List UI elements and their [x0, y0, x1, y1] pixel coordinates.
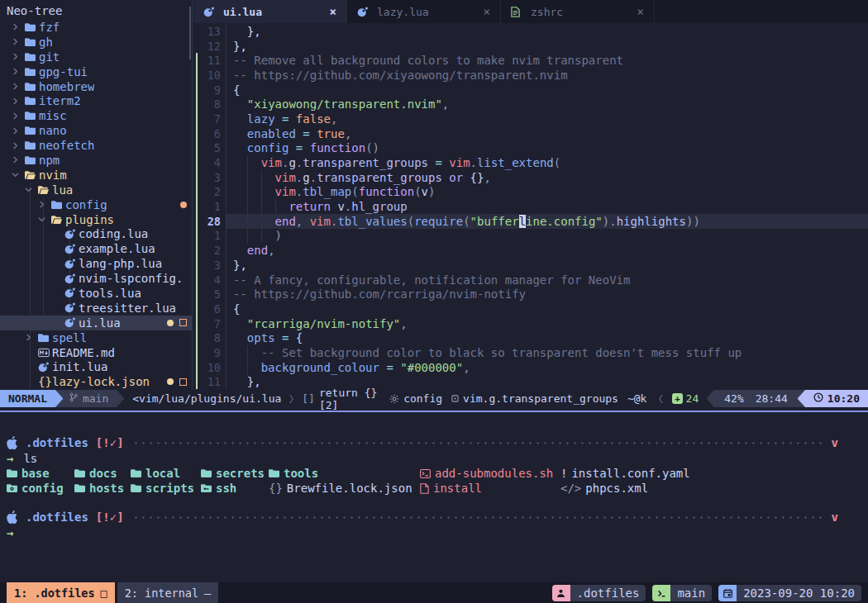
tree-item-config[interactable]: config [0, 197, 192, 212]
shell-command-line[interactable]: → ls [0, 451, 868, 466]
breadcrumb-label: config [403, 392, 442, 405]
tree-item-label: spell [52, 331, 87, 344]
code-token: }, [233, 40, 247, 53]
code-line[interactable]: 2vim.tbl_map(function(v) [193, 185, 868, 200]
indent-guide [233, 360, 247, 375]
tree-item-spell[interactable]: spell [0, 330, 192, 345]
code-line[interactable]: 5-- https://github.com/rcarriga/nvim-not… [193, 287, 868, 302]
tmux-window-inactive[interactable]: 2: internal– [117, 582, 219, 603]
tree-item-plugins[interactable]: plugins [0, 212, 192, 227]
tree-item-treesitter-lua[interactable]: treesitter.lua [0, 301, 192, 316]
editor-area[interactable]: 13},12},11-- Remove all background color… [193, 24, 868, 390]
code-line[interactable]: 11-- Remove all background colors to mak… [193, 53, 868, 68]
lua-icon [38, 362, 52, 373]
code-token: -- https://github.com/xiyaowong/transpar… [233, 69, 568, 82]
tree-item-example-lua[interactable]: example.lua [0, 241, 192, 256]
code-line[interactable]: 8"xiyaowong/transparent.nvim", [193, 97, 868, 112]
tree-item-homebrew[interactable]: homebrew [0, 79, 192, 94]
code-line[interactable]: 7"rcarriga/nvim-notify", [193, 316, 868, 331]
code-line[interactable]: 10background_colour = "#000000", [193, 360, 868, 375]
code-token: -- https://github.com/rcarriga/nvim-noti… [233, 287, 526, 301]
tree-item-misc[interactable]: misc [0, 108, 192, 123]
tree-item-git[interactable]: git [0, 50, 192, 64]
code-token: return [289, 200, 331, 213]
tree-item-tools-lua[interactable]: tools.lua [0, 286, 192, 301]
code-token: { [233, 83, 240, 97]
tmux-pane-border[interactable] [0, 411, 868, 412]
code-line[interactable]: 12}, [193, 39, 868, 54]
tree-item-iterm2[interactable]: iterm2 [0, 93, 192, 108]
tree-item-readme-md[interactable]: README.md [0, 345, 192, 360]
code-line[interactable]: 11}, [193, 375, 868, 390]
code-line-text: opts = { [226, 330, 868, 345]
tree-item-lazy-lock-json[interactable]: {}lazy-lock.json [0, 374, 192, 389]
tmux-window-active[interactable]: 1: .dotfiles□ [7, 582, 115, 603]
neotree-scrollbar[interactable] [189, 7, 191, 59]
ls-entry-scripts: scripts [131, 481, 194, 496]
tree-item-coding-lua[interactable]: coding.lua [0, 226, 192, 241]
tree-item-label: nano [39, 124, 67, 137]
code-line[interactable]: 3vim.g.transparent_groups or {}, [193, 170, 868, 185]
code-token: list_extend [477, 156, 554, 169]
buffer-tab-lazy-lua[interactable]: lazy.lua× [347, 0, 501, 23]
code-line[interactable]: 7lazy = false, [193, 112, 868, 126]
tree-item-nvim-lspconfig-[interactable]: nvim-lspconfig. [0, 271, 192, 286]
code-token: "#000000" [400, 361, 463, 374]
tree-item-nvim[interactable]: nvim [0, 168, 192, 183]
tree-item-lang-php-lua[interactable]: lang-php.lua [0, 256, 192, 271]
close-icon[interactable]: × [330, 5, 336, 18]
code-line[interactable]: 2end, [193, 243, 868, 258]
tree-item-fzf[interactable]: fzf [0, 20, 192, 35]
code-token: ( [351, 185, 358, 198]
code-token: ( [408, 215, 414, 228]
code-line[interactable]: 6enabled = true, [193, 126, 868, 141]
buffer-tab-ui-lua[interactable]: ui.lua× [193, 0, 347, 23]
indent-guide [261, 185, 275, 200]
folder-icon [25, 37, 39, 47]
code-token: "buffer [470, 215, 519, 228]
tree-item-init-lua[interactable]: init.lua [0, 359, 192, 374]
tree-item-lua[interactable]: lua [0, 183, 192, 197]
chevron-down-icon [12, 171, 25, 178]
tree-item-npm[interactable]: npm [0, 153, 192, 168]
tree-item-gh[interactable]: gh [0, 35, 192, 50]
braces-icon: {} [269, 482, 283, 495]
code-line[interactable]: 6{ [193, 302, 868, 316]
code-token: v [337, 200, 344, 213]
code-token: -- Remove all background colors to make … [233, 54, 623, 67]
code-line[interactable]: 9{ [193, 83, 868, 97]
tree-item-nano[interactable]: nano [0, 123, 192, 138]
gitsigns-added-bar [196, 287, 198, 302]
buffer-tab-label: ui.lua [223, 6, 262, 18]
gitsigns-added-bar [196, 345, 198, 360]
buffer-tab-zshrc[interactable]: zshrc× [501, 0, 655, 23]
code-line[interactable]: 5config = function() [193, 141, 868, 156]
chevron-right-icon [12, 83, 25, 90]
tree-item-gpg-tui[interactable]: gpg-tui [0, 64, 192, 79]
folder-icon [25, 67, 39, 77]
code-line[interactable]: 9-- Set background color to black so tra… [193, 345, 868, 360]
indent-guide [247, 170, 261, 185]
folder-key-icon [201, 483, 212, 493]
tree-item-ui-lua[interactable]: ui.lua [0, 316, 192, 330]
code-line[interactable]: 28end, vim.tbl_values(require("bufferlin… [193, 214, 868, 229]
close-icon[interactable]: × [637, 5, 644, 18]
ls-entry-label: secrets [216, 467, 265, 480]
breadcrumb-brackets: []return {} [2] [302, 387, 380, 411]
code-line[interactable]: 8opts = { [193, 330, 868, 345]
code-line[interactable]: 1) [193, 229, 868, 244]
indent-guide [247, 360, 261, 375]
code-line[interactable]: 4-- A fancy, configurable, notification … [193, 273, 868, 287]
code-line[interactable]: 1return v.hl_group [193, 199, 868, 214]
powerline-separator [798, 390, 805, 407]
close-icon[interactable]: × [484, 5, 490, 18]
shell-cursor-line[interactable]: → [0, 525, 868, 540]
tree-item-neofetch[interactable]: neofetch [0, 138, 192, 153]
code-line[interactable]: 10-- https://github.com/xiyaowong/transp… [193, 68, 868, 83]
line-number: 13 [199, 25, 221, 38]
code-line[interactable]: 13}, [193, 24, 868, 39]
code-line[interactable]: 4vim.g.transparent_groups = vim.list_ext… [193, 155, 868, 170]
code-line[interactable]: 3}, [193, 258, 868, 273]
git-status-square-badge [179, 319, 187, 326]
indent-guide [233, 185, 247, 200]
